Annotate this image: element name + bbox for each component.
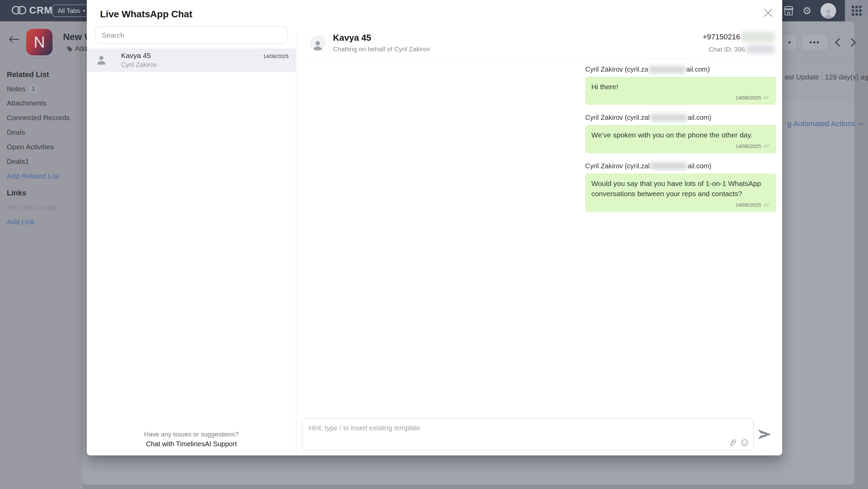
message-sender: Cyril Zakirov (cyril.za ail.com) <box>585 65 776 73</box>
live-whatsapp-chat-modal: Live WhatsApp Chat Kavya 45 Cyril Zakiro… <box>87 0 782 455</box>
chat-header: Kavya 45 Chatting on behalf of Cyril Zak… <box>296 30 782 59</box>
modal-title: Live WhatsApp Chat <box>87 0 296 20</box>
divider <box>782 60 868 61</box>
sidebar-item-connected-records[interactable]: Connected Records <box>7 114 70 122</box>
message-text: Hi there! <box>591 82 770 92</box>
redacted-email-blur <box>650 162 687 170</box>
message-bubble: Hi there! 14/08/2025 ✓✓ <box>585 77 776 105</box>
more-actions-button[interactable]: ••• <box>801 34 828 51</box>
message-date: 14/08/2025 <box>735 143 761 149</box>
add-link-link[interactable]: Add Link <box>7 218 35 226</box>
sidebar-item-notes[interactable]: Notes 1 <box>7 84 38 93</box>
screen: CRM All Tabs ▾ ⚙ <box>0 0 868 489</box>
background-panel <box>783 102 854 485</box>
chat-avatar-icon <box>310 35 326 51</box>
message-input-box <box>302 418 754 450</box>
message-input[interactable] <box>302 419 753 450</box>
chat-list-pane: Live WhatsApp Chat Kavya 45 Cyril Zakiro… <box>87 0 296 455</box>
caret-down-icon: ▾ <box>788 39 791 45</box>
record-dropdown-button[interactable]: ▾ <box>782 34 797 51</box>
back-arrow-icon[interactable] <box>9 35 20 43</box>
marketplace-icon[interactable] <box>782 0 795 21</box>
message-group: Cyril Zakirov (cyril.za ail.com) Hi ther… <box>585 65 776 105</box>
sidebar-item-open-activities[interactable]: Open Activities <box>7 143 54 151</box>
related-list-header: Related List <box>7 70 49 79</box>
record-avatar: N <box>26 29 53 55</box>
chat-item-date: 14/08/2025 <box>263 53 289 59</box>
all-tabs-label: All Tabs <box>58 7 80 15</box>
message-group: Cyril Zakirov (cyril.zal ail.com) We’ve … <box>585 114 776 153</box>
message-text: Would you say that you have lots of 1-on… <box>591 178 770 199</box>
no-links-found-text: No Links Found <box>7 204 57 212</box>
all-tabs-button[interactable]: All Tabs ▾ <box>52 4 91 17</box>
notes-count-badge: 1 <box>29 84 38 93</box>
add-related-list-link[interactable]: Add Related List <box>7 172 59 180</box>
sidebar-item-attachments[interactable]: Attachments <box>7 99 46 107</box>
redacted-chat-id-blur <box>746 45 775 54</box>
settings-gear-icon[interactable]: ⚙ <box>801 0 813 21</box>
caret-down-icon: ▾ <box>83 8 85 13</box>
emoji-smiley-icon[interactable] <box>741 439 749 447</box>
support-question: Have any issues or suggestions? <box>87 431 296 438</box>
chat-item-name: Kavya 45 <box>121 52 157 60</box>
chat-list-item[interactable]: Kavya 45 Cyril Zakirov 14/08/2025 <box>87 49 296 72</box>
last-update-text: ast Update : 129 day(s) ago <box>785 73 868 81</box>
message-composer <box>302 418 775 450</box>
divider <box>0 58 82 58</box>
delivered-double-check-icon: ✓✓ <box>763 143 770 150</box>
chat-id-text: Chat ID: 396 <box>703 45 775 54</box>
tag-icon <box>66 46 73 52</box>
messages-area: Cyril Zakirov (cyril.za ail.com) Hi ther… <box>296 59 782 413</box>
record-avatar-letter: N <box>34 33 45 51</box>
message-group: Cyril Zakirov (cyril.zal ail.com) Would … <box>585 162 776 212</box>
app-launcher-grid-icon[interactable] <box>845 0 868 21</box>
support-block: Have any issues or suggestions? Chat wit… <box>87 431 296 448</box>
message-text: We’ve spoken with you on the phone the o… <box>591 130 770 140</box>
links-header: Links <box>7 189 26 198</box>
conversation-pane: Kavya 45 Chatting on behalf of Cyril Zak… <box>296 0 782 455</box>
sidebar-item-deals1[interactable]: Deals1 <box>7 157 29 166</box>
search-row <box>87 26 296 49</box>
message-date: 14/08/2025 <box>735 95 761 100</box>
message-date: 14/08/2025 <box>735 202 761 208</box>
support-chat-link[interactable]: Chat with TimelinesAI Support <box>87 440 296 448</box>
redacted-phone-blur <box>742 32 775 42</box>
chat-item-subtitle: Cyril Zakirov <box>121 61 157 69</box>
message-bubble: We’ve spoken with you on the phone the o… <box>585 125 776 153</box>
chevron-down-icon <box>858 122 863 126</box>
automated-actions-link[interactable]: g Automated Actions <box>787 119 863 128</box>
previous-record-chevron-icon[interactable] <box>835 37 841 48</box>
delivered-double-check-icon: ✓✓ <box>763 94 770 101</box>
app-title: CRM <box>29 5 53 16</box>
message-sender: Cyril Zakirov (cyril.zal ail.com) <box>585 162 776 170</box>
attach-paperclip-icon[interactable] <box>728 438 736 447</box>
message-sender: Cyril Zakirov (cyril.zal ail.com) <box>585 114 776 121</box>
close-icon[interactable] <box>763 7 773 18</box>
send-plane-icon <box>757 429 772 440</box>
chat-on-behalf-text: Chatting on behalf of Cyril Zakirov <box>333 45 430 53</box>
crm-logo-icon[interactable] <box>12 5 26 15</box>
chat-phone-number: +97150216 <box>703 32 775 42</box>
send-button[interactable] <box>754 429 775 440</box>
chat-contact-name: Kavya 45 <box>333 33 430 43</box>
user-avatar[interactable] <box>821 0 836 21</box>
message-bubble: Would you say that you have lots of 1-on… <box>585 173 776 212</box>
search-input[interactable] <box>95 26 288 44</box>
delivered-double-check-icon: ✓✓ <box>763 201 770 208</box>
sidebar-item-deals[interactable]: Deals <box>7 128 25 136</box>
contact-avatar-icon <box>95 54 107 66</box>
redacted-email-blur <box>649 66 686 73</box>
redacted-email-blur <box>650 114 687 121</box>
next-record-chevron-icon[interactable] <box>850 37 856 48</box>
